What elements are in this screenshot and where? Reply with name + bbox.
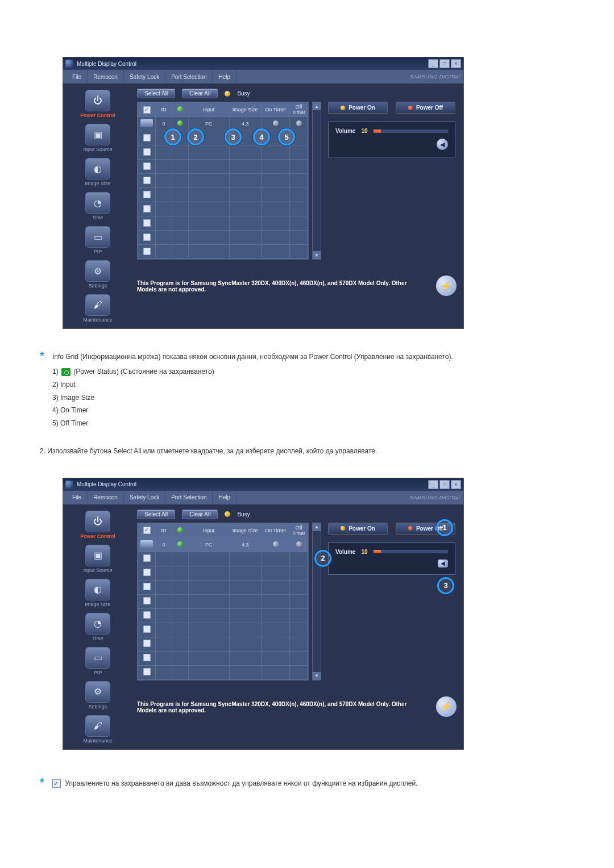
on-timer-icon: [273, 120, 279, 126]
grid-scrollbar[interactable]: ▲ ▼: [312, 523, 321, 681]
scroll-down-icon[interactable]: ▼: [313, 672, 321, 680]
input-source-icon: ▣: [85, 545, 110, 566]
row-checkbox[interactable]: [143, 569, 151, 576]
table-row[interactable]: [138, 637, 308, 651]
sidebar-item-input-source[interactable]: ▣ Input Source: [67, 124, 129, 152]
table-row[interactable]: [138, 665, 308, 679]
close-button[interactable]: ×: [451, 480, 461, 489]
menu-port-selection[interactable]: Port Selection: [165, 70, 213, 84]
brand-label: SAMSUNG DIGITall: [410, 495, 460, 500]
menu-bar: File Remocon Safety Lock Port Selection …: [63, 491, 463, 505]
scroll-up-icon[interactable]: ▲: [313, 523, 321, 531]
sidebar-item-maintenance[interactable]: 🖌 Maintenance: [67, 294, 129, 323]
row-checkbox[interactable]: [143, 654, 151, 661]
table-row[interactable]: [138, 552, 308, 566]
sidebar-item-pip[interactable]: ▭ PIP: [67, 226, 129, 254]
sidebar-item-pip[interactable]: ▭ PIP: [67, 647, 129, 675]
power-status-icon: [177, 120, 183, 126]
row-checkbox[interactable]: [143, 597, 151, 604]
sidebar-item-image-size[interactable]: ◐ Image Size: [67, 579, 129, 607]
table-row[interactable]: [138, 231, 308, 245]
sidebar-item-maintenance[interactable]: 🖌 Maintenance: [67, 715, 129, 744]
minimize-button[interactable]: _: [428, 480, 438, 489]
row-checkbox[interactable]: [143, 205, 151, 212]
table-row[interactable]: [138, 594, 308, 608]
header-checkbox[interactable]: [143, 527, 151, 534]
row-checkbox[interactable]: [143, 611, 151, 619]
table-row[interactable]: [138, 566, 308, 580]
volume-slider[interactable]: [374, 130, 448, 133]
select-all-button[interactable]: Select All: [137, 510, 175, 519]
sidebar-item-power-control[interactable]: ⏻ Power Control: [67, 511, 129, 539]
sidebar-item-settings[interactable]: ⚙ Settings: [67, 260, 129, 289]
row-checkbox[interactable]: [143, 640, 151, 647]
power-off-button[interactable]: Power Off: [396, 102, 455, 114]
close-button[interactable]: ×: [451, 59, 461, 68]
table-row[interactable]: [138, 160, 308, 174]
table-row[interactable]: [138, 188, 308, 202]
maximize-button[interactable]: □: [439, 480, 450, 489]
header-checkbox[interactable]: [143, 106, 151, 114]
power-on-button[interactable]: Power On: [328, 102, 388, 114]
app-window-1: Multiple Display Control _ □ × File Remo…: [63, 57, 464, 329]
maximize-button[interactable]: □: [439, 59, 450, 68]
sidebar-item-power-control[interactable]: ⏻ Power Control: [67, 90, 129, 118]
sidebar-item-input-source[interactable]: ▣ Input Source: [67, 545, 129, 573]
volume-label: Volume: [335, 128, 355, 134]
table-row[interactable]: [138, 651, 308, 665]
speaker-icon[interactable]: ◀: [437, 139, 448, 150]
menu-remocon[interactable]: Remocon: [88, 491, 124, 504]
clear-all-button[interactable]: Clear All: [182, 510, 218, 519]
sidebar-item-time[interactable]: ◔ Time: [67, 613, 129, 641]
sidebar-item-image-size[interactable]: ◐ Image Size: [67, 158, 129, 186]
table-row[interactable]: [138, 216, 308, 231]
table-row[interactable]: 0 PC 4:3: [138, 537, 308, 552]
table-row[interactable]: [138, 245, 308, 259]
table-row[interactable]: [138, 608, 308, 623]
menu-help[interactable]: Help: [213, 491, 237, 504]
row-checkbox[interactable]: [143, 148, 151, 156]
list-item: 3) Image Size: [52, 391, 574, 404]
row-checkbox[interactable]: [143, 554, 151, 562]
table-row[interactable]: [138, 202, 308, 216]
menu-remocon[interactable]: Remocon: [88, 70, 124, 84]
row-checkbox[interactable]: [143, 248, 151, 255]
table-row[interactable]: [138, 623, 308, 637]
menu-port-selection[interactable]: Port Selection: [165, 491, 213, 504]
pip-icon: ▭: [85, 226, 110, 248]
menu-help[interactable]: Help: [213, 70, 237, 84]
sidebar-item-time[interactable]: ◔ Time: [67, 192, 129, 220]
power-on-label: Power On: [349, 105, 375, 111]
row-checkbox[interactable]: [143, 191, 151, 198]
callout-4: 4: [253, 128, 270, 145]
clear-all-button[interactable]: Clear All: [182, 89, 218, 98]
row-checkbox[interactable]: [143, 162, 151, 170]
power-on-button[interactable]: Power On: [328, 523, 388, 535]
menu-safety-lock[interactable]: Safety Lock: [124, 70, 165, 84]
row-checkbox[interactable]: [143, 583, 151, 590]
menu-safety-lock[interactable]: Safety Lock: [124, 491, 165, 504]
table-row[interactable]: [138, 145, 308, 160]
row-checkbox[interactable]: [143, 219, 151, 227]
select-all-button[interactable]: Select All: [137, 89, 175, 98]
speaker-icon[interactable]: ◀: [438, 560, 448, 567]
row-checkbox[interactable]: [143, 134, 151, 141]
row-checkbox[interactable]: [143, 625, 151, 633]
minimize-button[interactable]: _: [428, 59, 438, 68]
menu-file[interactable]: File: [67, 70, 88, 84]
volume-slider[interactable]: [374, 550, 448, 553]
col-input: Input: [189, 103, 229, 117]
sidebar-item-settings[interactable]: ⚙ Settings: [67, 681, 129, 710]
menu-file[interactable]: File: [67, 491, 88, 504]
input-source-icon: ▣: [85, 124, 110, 145]
table-row[interactable]: [138, 174, 308, 188]
scroll-down-icon[interactable]: ▼: [313, 251, 321, 259]
table-row[interactable]: [138, 580, 308, 594]
scroll-up-icon[interactable]: ▲: [313, 102, 321, 110]
sidebar: ⏻ Power Control ▣ Input Source ◐ Image S…: [63, 84, 132, 328]
row-checkbox[interactable]: [143, 233, 151, 241]
callout-1: 1: [436, 519, 453, 536]
row-checkbox[interactable]: [143, 668, 151, 675]
row-checkbox[interactable]: [143, 177, 151, 184]
grid-scrollbar[interactable]: ▲ ▼: [312, 102, 321, 260]
